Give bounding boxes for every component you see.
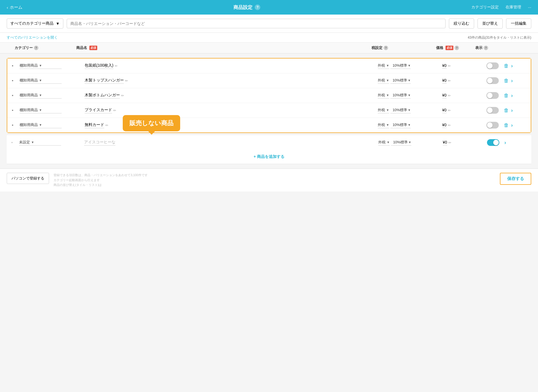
row-actions-row1: 🗑 › — [504, 63, 526, 69]
sort-button[interactable]: 並び替え — [477, 18, 503, 29]
toggle-row3[interactable] — [481, 92, 504, 99]
save-button[interactable]: 保存する — [500, 173, 531, 185]
toolbar: すべてのカテゴリー商品 ▼ 絞り込む 並び替え 一括編集 — [0, 15, 538, 33]
price-edit-icon-row5[interactable]: ✏ — [448, 123, 451, 127]
category-select-row1[interactable]: 棚卸用商品 ▼ — [20, 63, 62, 69]
product-name-unsettled: アイスコーヒーな — [84, 140, 115, 146]
price-row5: ¥0 — [442, 123, 447, 128]
nav-more[interactable]: ··· — [528, 5, 531, 10]
add-product-button[interactable]: + 商品を追加する — [254, 154, 284, 159]
detail-arrow-row5[interactable]: › — [511, 122, 513, 128]
toggle-row4[interactable] — [481, 107, 504, 114]
delete-icon-row3[interactable]: 🗑 — [504, 93, 509, 99]
delete-icon-row2[interactable]: 🗑 — [504, 78, 509, 84]
tax-type-unsettled[interactable]: 外税 ▼ — [378, 140, 390, 146]
back-button[interactable]: ‹ ホーム — [7, 5, 22, 10]
back-label: ホーム — [10, 5, 22, 10]
row-actions-row3: 🗑 › — [504, 93, 526, 99]
col-header-display: 表示 — [475, 45, 483, 50]
price-row3: ¥0 — [442, 93, 447, 98]
tax-rate-row4[interactable]: 10%標準 ▼ — [390, 108, 411, 113]
tax-type-row5[interactable]: 外税 ▼ — [378, 122, 389, 128]
edit-icon-row3[interactable]: ✏ — [121, 94, 124, 98]
edit-icon-row4[interactable]: ✏ — [113, 108, 116, 113]
tax-type-row1[interactable]: 外税 ▼ — [378, 63, 389, 69]
tax-rate-row1[interactable]: 10%標準 ▼ — [390, 63, 411, 69]
category-select-unsettled[interactable]: 未設定 ▼ — [19, 140, 61, 146]
filter-button[interactable]: 絞り込む — [449, 18, 474, 29]
nav-category-settings[interactable]: カテゴリー設定 — [471, 5, 499, 10]
tax-rate-row5[interactable]: 10%標準 ▼ — [390, 122, 411, 128]
toggle-unsettled[interactable] — [482, 139, 504, 146]
tax-type-row3[interactable]: 外税 ▼ — [378, 93, 389, 99]
delete-icon-row1[interactable]: 🗑 — [504, 63, 509, 69]
display-toggle-row1[interactable] — [486, 62, 499, 69]
header-nav: カテゴリー設定 在庫管理 ··· — [471, 5, 531, 10]
table-header: カテゴリー ? 商品名 必須 税設定 ? 価格 必須 ? 表示 ? — [0, 43, 538, 53]
row-actions-row5: 🗑 › — [504, 122, 526, 128]
main-content: ▪ 棚卸用商品 ▼ 包装紙(100枚入) ✏ 外税 ▼ 10%標準 ▼ — [0, 53, 538, 169]
detail-arrow-unsettled[interactable]: › — [504, 140, 506, 146]
display-toggle-row5[interactable] — [486, 122, 499, 129]
table-row: ▪ 棚卸用商品 ▼ プライスカード ✏ 外税 ▼ 10%標準 ▼ — [7, 103, 531, 118]
edit-icon-row5[interactable]: ✏ — [105, 123, 108, 127]
chevron-down-icon: ▼ — [56, 21, 60, 26]
display-toggle-row2[interactable] — [486, 77, 499, 84]
title-text: 商品設定 — [233, 4, 252, 11]
orange-group: ▪ 棚卸用商品 ▼ 包装紙(100枚入) ✏ 外税 ▼ 10%標準 ▼ — [7, 58, 531, 133]
category-select-row4[interactable]: 棚卸用商品 ▼ — [20, 108, 62, 113]
category-select-row3[interactable]: 棚卸用商品 ▼ — [20, 93, 62, 99]
footer-note-2: カテゴリー起動画面から行えます — [54, 178, 495, 183]
nav-inventory[interactable]: 在庫管理 — [505, 5, 521, 10]
display-toggle-unsettled[interactable] — [487, 139, 499, 146]
category-help-icon[interactable]: ? — [34, 46, 38, 50]
footer-note-3: 商品の並び替え(タイル・リスト)は — [54, 183, 495, 188]
edit-icon-row2[interactable]: ✏ — [125, 79, 128, 83]
detail-arrow-row1[interactable]: › — [511, 63, 513, 69]
row-actions-row4: 🗑 › — [504, 108, 526, 113]
category-select-row2[interactable]: 棚卸用商品 ▼ — [20, 78, 62, 84]
toggle-row5[interactable] — [481, 122, 504, 129]
help-icon[interactable]: ? — [255, 4, 260, 10]
price-edit-icon-unsettled[interactable]: ✏ — [448, 141, 451, 145]
row-checkbox-area: ▪ — [12, 63, 17, 68]
table-row: ▪ 棚卸用商品 ▼ 包装紙(100枚入) ✏ 外税 ▼ 10%標準 ▼ — [7, 59, 531, 73]
price-edit-icon-row4[interactable]: ✏ — [448, 108, 451, 113]
display-toggle-row3[interactable] — [486, 92, 499, 99]
search-input[interactable] — [67, 19, 446, 28]
price-required: 必須 — [446, 46, 453, 50]
detail-arrow-row4[interactable]: › — [511, 108, 513, 113]
toggle-row1[interactable] — [481, 62, 504, 69]
detail-arrow-row2[interactable]: › — [511, 78, 513, 84]
tax-type-row4[interactable]: 外税 ▼ — [378, 108, 389, 113]
price-unsettled: ¥0 — [443, 140, 447, 145]
edit-icon-row1[interactable]: ✏ — [115, 64, 118, 68]
price-row1: ¥0 — [442, 63, 447, 69]
product-name-row4: プライスカード — [85, 108, 112, 113]
register-button[interactable]: パソコンで登録する — [7, 173, 49, 184]
detail-arrow-row3[interactable]: › — [511, 93, 513, 99]
tax-help-icon[interactable]: ? — [384, 46, 388, 50]
expand-all-link[interactable]: すべてのバリエーションを開く — [7, 35, 58, 40]
price-row4: ¥0 — [442, 108, 447, 113]
category-select-row5[interactable]: 棚卸用商品 ▼ — [20, 122, 62, 128]
tax-rate-row3[interactable]: 10%標準 ▼ — [390, 93, 411, 99]
product-count: 43件の商品(31件をタイル・リストに表示) — [468, 35, 531, 40]
category-select[interactable]: すべてのカテゴリー商品 ▼ — [7, 18, 63, 29]
col-header-price: 価格 — [436, 45, 443, 50]
display-toggle-row4[interactable] — [486, 107, 499, 114]
delete-icon-row4[interactable]: 🗑 — [504, 108, 509, 113]
price-edit-icon-row1[interactable]: ✏ — [448, 64, 451, 68]
price-help-icon[interactable]: ? — [454, 46, 459, 50]
price-edit-icon-row2[interactable]: ✏ — [448, 79, 451, 83]
delete-icon-row5[interactable]: 🗑 — [504, 122, 509, 128]
tax-type-row2[interactable]: 外税 ▼ — [378, 78, 389, 84]
tax-rate-row2[interactable]: 10%標準 ▼ — [390, 78, 411, 84]
display-help-icon[interactable]: ? — [484, 46, 488, 50]
footer: パソコンで登録する 登録できる項目数は、商品・バリエーションをあわせて3,100… — [0, 169, 538, 192]
toggle-row2[interactable] — [481, 77, 504, 84]
tax-rate-unsettled[interactable]: 10%標準 ▼ — [391, 140, 411, 146]
bulk-edit-button[interactable]: 一括編集 — [506, 18, 531, 29]
price-edit-icon-row3[interactable]: ✏ — [448, 94, 451, 98]
row-actions-unsettled: › — [504, 140, 527, 146]
